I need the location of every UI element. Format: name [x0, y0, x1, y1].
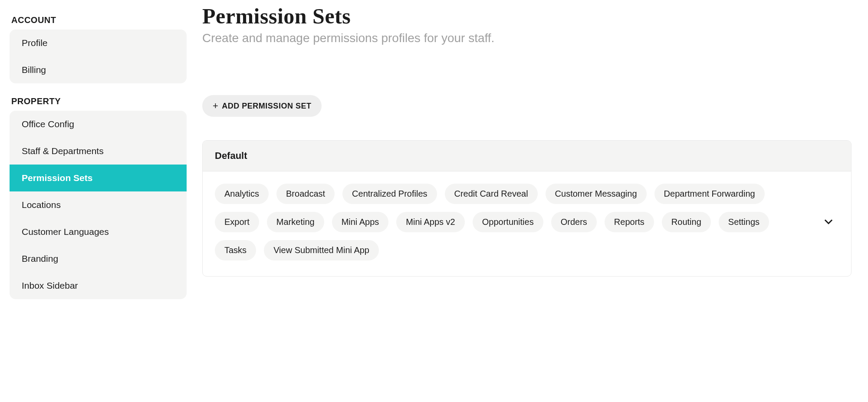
permission-pill: Credit Card Reveal [445, 184, 538, 204]
add-permission-set-label: ADD PERMISSION SET [222, 102, 311, 111]
plus-icon: + [213, 101, 218, 111]
permission-pill: Export [215, 212, 259, 232]
sidebar-item-permission-sets[interactable]: Permission Sets [10, 165, 187, 191]
permission-pill: Opportunities [473, 212, 543, 232]
permission-pill: Centralized Profiles [342, 184, 437, 204]
permission-set-body: Analytics Broadcast Centralized Profiles… [203, 171, 851, 276]
permission-pill: Reports [605, 212, 654, 232]
sidebar-item-inbox-sidebar[interactable]: Inbox Sidebar [10, 272, 187, 299]
sidebar-item-office-config[interactable]: Office Config [10, 111, 187, 138]
permission-pill: Mini Apps [332, 212, 389, 232]
permission-pill: Analytics [215, 184, 269, 204]
permission-pill: Orders [551, 212, 597, 232]
permission-pill: Customer Messaging [546, 184, 647, 204]
page-title: Permission Sets [202, 3, 855, 29]
sidebar-item-customer-languages[interactable]: Customer Languages [10, 218, 187, 245]
permission-pill: Settings [719, 212, 769, 232]
permission-set-card: Default Analytics Broadcast Centralized … [202, 140, 852, 277]
sidebar-item-staff-departments[interactable]: Staff & Departments [10, 138, 187, 165]
permission-pill: Marketing [267, 212, 324, 232]
sidebar-item-billing[interactable]: Billing [10, 56, 187, 83]
permission-pills: Analytics Broadcast Centralized Profiles… [215, 184, 809, 260]
main-content: Permission Sets Create and manage permis… [187, 0, 868, 402]
permission-pill: View Submitted Mini App [264, 240, 379, 260]
sidebar-section-label: PROPERTY [10, 96, 187, 106]
permission-pill: Routing [662, 212, 711, 232]
add-permission-set-button[interactable]: + ADD PERMISSION SET [202, 95, 322, 117]
sidebar-section-label: ACCOUNT [10, 15, 187, 25]
permission-pill: Broadcast [276, 184, 335, 204]
expand-toggle[interactable] [818, 211, 839, 234]
sidebar-section-property: PROPERTY Office Config Staff & Departmen… [10, 96, 187, 299]
sidebar: ACCOUNT Profile Billing PROPERTY Office … [0, 0, 187, 402]
chevron-down-icon [822, 221, 835, 229]
sidebar-group-property: Office Config Staff & Departments Permis… [10, 111, 187, 299]
sidebar-item-locations[interactable]: Locations [10, 191, 187, 218]
page-subtitle: Create and manage permissions profiles f… [202, 31, 855, 45]
permission-pill: Tasks [215, 240, 256, 260]
permission-set-name: Default [203, 141, 851, 171]
permission-pill: Department Forwarding [654, 184, 765, 204]
sidebar-section-account: ACCOUNT Profile Billing [10, 15, 187, 83]
sidebar-group-account: Profile Billing [10, 30, 187, 83]
sidebar-item-profile[interactable]: Profile [10, 30, 187, 56]
permission-pill: Mini Apps v2 [396, 212, 464, 232]
sidebar-item-branding[interactable]: Branding [10, 245, 187, 272]
